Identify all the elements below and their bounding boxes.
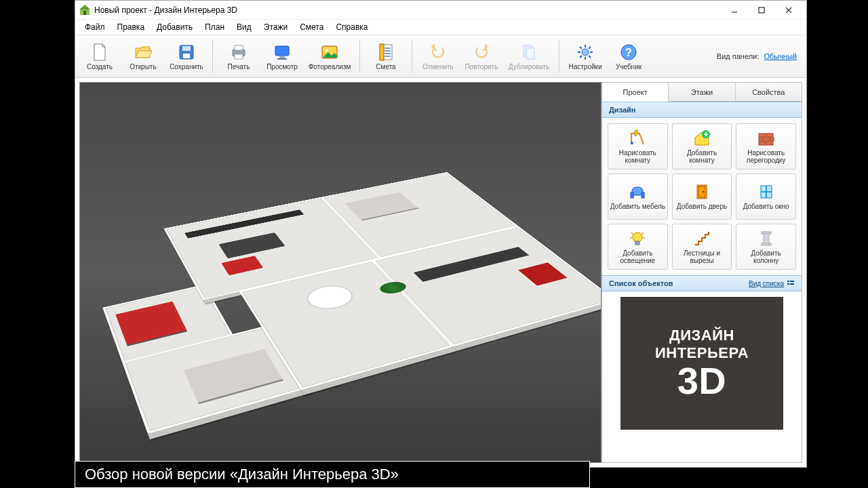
- toolbar-label: Отменить: [422, 63, 454, 70]
- toolbar-preview-button[interactable]: Просмотр: [262, 37, 302, 76]
- svg-rect-10: [275, 46, 289, 56]
- panel-mode-link[interactable]: Обычный: [764, 52, 797, 60]
- toolbar-label: Просмотр: [267, 63, 298, 70]
- toolbar-undo-button[interactable]: Отменить: [418, 37, 458, 76]
- toolbar-photorealism-button[interactable]: Фотореализм: [305, 37, 354, 76]
- svg-rect-25: [766, 134, 773, 137]
- objects-section-title: Список объектов: [609, 279, 673, 287]
- window-maximize[interactable]: [748, 2, 775, 18]
- add-column-button[interactable]: Добавить колонну: [736, 224, 796, 270]
- menu-add[interactable]: Добавить: [151, 21, 198, 33]
- menu-edit[interactable]: Правка: [112, 21, 151, 33]
- draw-partition-button[interactable]: Нарисовать перегородку: [736, 123, 796, 169]
- svg-rect-41: [762, 243, 771, 245]
- object-list[interactable]: ДИЗАЙН ИНТЕРЬЕРА 3D: [602, 291, 802, 462]
- toolbar-label: Открыть: [130, 63, 156, 70]
- add-room-button[interactable]: Добавить комнату: [672, 123, 732, 169]
- svg-rect-27: [763, 138, 770, 141]
- design-btn-label: Добавить комнату: [674, 149, 730, 164]
- svg-rect-11: [279, 56, 285, 58]
- add-furniture-button[interactable]: Добавить мебель: [608, 174, 668, 220]
- svg-rect-40: [762, 232, 771, 234]
- furniture-icon: [629, 183, 646, 201]
- folder-open-icon: [134, 43, 153, 62]
- side-panel: Проект Этажи Свойства Дизайн Нарисовать …: [601, 82, 802, 463]
- design-btn-label: Добавить мебель: [610, 203, 665, 210]
- menu-plan[interactable]: План: [199, 21, 230, 33]
- add-window-button[interactable]: Добавить окно: [736, 174, 796, 220]
- design-btn-label: Лестницы и вырезы: [674, 249, 730, 264]
- svg-point-35: [703, 191, 704, 192]
- monitor-icon: [273, 43, 292, 62]
- design-section-header: Дизайн: [602, 102, 802, 118]
- stairs-cutouts-button[interactable]: Лестницы и вырезы: [672, 224, 732, 270]
- svg-rect-3: [759, 7, 764, 13]
- design-btn-label: Нарисовать комнату: [610, 149, 666, 164]
- promo-line1: ДИЗАЙН: [669, 327, 734, 344]
- toolbar-settings-button[interactable]: Настройки: [565, 37, 606, 76]
- toolbar-duplicate-button[interactable]: Дублировать: [505, 37, 553, 76]
- add-room-icon: [693, 129, 711, 147]
- add-door-button[interactable]: Добавить дверь: [672, 174, 732, 220]
- draw-room-icon: [629, 129, 646, 147]
- list-view-toggle[interactable]: Вид списка: [749, 279, 795, 287]
- window-close[interactable]: [775, 2, 802, 18]
- svg-marker-1: [79, 5, 90, 9]
- tab-floors[interactable]: Этажи: [669, 83, 735, 101]
- promo-line3: 3D: [677, 362, 727, 400]
- design-section-title: Дизайн: [609, 106, 635, 114]
- design-btn-label: Добавить колонну: [738, 249, 794, 264]
- svg-rect-26: [759, 138, 762, 141]
- tab-properties[interactable]: Свойства: [736, 83, 802, 101]
- door-icon: [693, 183, 711, 201]
- toolbar-tutorial-button[interactable]: ? Учебник: [608, 37, 649, 76]
- save-icon: [177, 43, 196, 62]
- app-body: Проект Этажи Свойства Дизайн Нарисовать …: [75, 78, 806, 467]
- toolbar-redo-button[interactable]: Повторить: [461, 37, 502, 76]
- toolbar-estimate-button[interactable]: Смета: [366, 37, 406, 76]
- design-btn-label: Добавить дверь: [677, 203, 727, 210]
- menubar: Файл Правка Добавить План Вид Этажи Смет…: [75, 20, 806, 35]
- design-btn-label: Добавить окно: [743, 203, 789, 210]
- menu-estimate[interactable]: Смета: [294, 21, 329, 33]
- menu-floors[interactable]: Этажи: [258, 21, 293, 33]
- svg-rect-43: [790, 281, 794, 282]
- panel-mode-label: Вид панели:: [717, 52, 759, 60]
- column-icon: [757, 230, 775, 247]
- help-icon: ?: [619, 43, 638, 62]
- svg-rect-38: [635, 241, 639, 245]
- menu-help[interactable]: Справка: [330, 21, 373, 33]
- 3d-viewport[interactable]: [79, 82, 601, 463]
- svg-rect-45: [790, 283, 794, 285]
- toolbar-open-button[interactable]: Открыть: [123, 37, 163, 76]
- toolbar-print-button[interactable]: Печать: [218, 37, 259, 76]
- toolbar-label: Смета: [376, 63, 395, 70]
- add-lighting-button[interactable]: Добавить освещение: [608, 224, 668, 270]
- stairs-icon: [693, 230, 711, 247]
- svg-point-19: [582, 49, 589, 56]
- design-btn-label: Нарисовать перегородку: [738, 149, 794, 164]
- menu-file[interactable]: Файл: [79, 21, 111, 33]
- toolbar-new-button[interactable]: Создать: [79, 37, 120, 76]
- svg-rect-42: [787, 281, 789, 282]
- svg-rect-29: [759, 142, 766, 145]
- svg-rect-28: [770, 138, 774, 141]
- app-window: Новый проект - Дизайн Интерьера 3D Файл …: [75, 0, 807, 468]
- menu-view[interactable]: Вид: [231, 21, 257, 33]
- tab-project[interactable]: Проект: [602, 83, 669, 102]
- design-toolgrid: Нарисовать комнату Добавить комнату Нари…: [602, 118, 802, 275]
- svg-rect-32: [642, 192, 644, 198]
- undo-icon: [429, 43, 448, 62]
- window-minimize[interactable]: [721, 2, 748, 18]
- toolbar-label: Дублировать: [509, 63, 549, 70]
- draw-room-button[interactable]: Нарисовать комнату: [608, 123, 668, 169]
- svg-rect-24: [759, 134, 766, 137]
- svg-rect-34: [698, 186, 705, 197]
- toolbar-separator: [359, 40, 360, 73]
- toolbar-save-button[interactable]: Сохранить: [166, 37, 207, 76]
- svg-point-14: [326, 48, 329, 52]
- toolbar-label: Фотореализм: [309, 63, 351, 70]
- toolbar-separator: [412, 40, 412, 73]
- partition-icon: [757, 129, 775, 147]
- svg-rect-31: [631, 192, 633, 198]
